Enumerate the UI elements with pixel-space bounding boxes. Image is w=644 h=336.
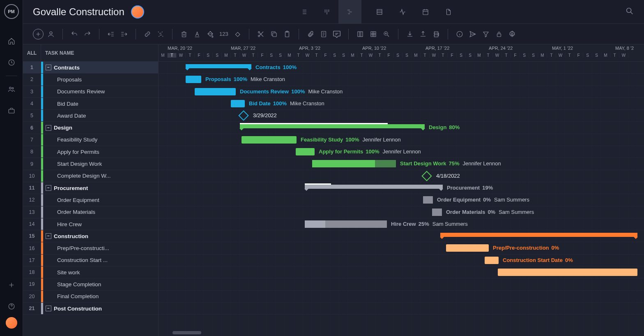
gantt-row[interactable]: Start Design Work75%Jennifer Lennon xyxy=(159,158,644,170)
filter-icon[interactable] xyxy=(480,28,492,40)
task-row[interactable]: 13Order Materials xyxy=(23,206,158,218)
task-bar[interactable] xyxy=(432,209,442,216)
gantt-row[interactable] xyxy=(159,266,644,278)
task-bar[interactable] xyxy=(498,269,637,276)
group-bar[interactable] xyxy=(186,64,251,68)
home-icon[interactable] xyxy=(7,36,16,46)
col-task-name[interactable]: TASK NAME xyxy=(41,50,74,56)
export-icon[interactable] xyxy=(417,28,429,40)
gantt-row[interactable]: Bid Date100%Mike Cranston xyxy=(159,98,644,110)
note-icon[interactable] xyxy=(318,28,329,40)
user-avatar-icon[interactable] xyxy=(6,317,17,329)
link-icon[interactable] xyxy=(142,28,153,40)
task-row[interactable]: 9Start Design Work xyxy=(23,158,158,170)
add-button[interactable] xyxy=(33,29,44,39)
cut-icon[interactable] xyxy=(255,28,267,40)
comment-icon[interactable] xyxy=(331,28,343,40)
settings-icon[interactable] xyxy=(506,28,518,40)
task-row[interactable]: 4Bid Date xyxy=(23,98,158,110)
gantt-row[interactable] xyxy=(159,291,644,303)
view-sheet-icon[interactable] xyxy=(368,0,391,24)
task-row[interactable]: 15−Construction xyxy=(23,230,158,242)
view-activity-icon[interactable] xyxy=(391,0,414,24)
view-gantt-icon[interactable] xyxy=(338,0,361,24)
horizontal-scrollbar[interactable] xyxy=(172,331,201,334)
task-bar[interactable] xyxy=(305,220,387,228)
text-color-icon[interactable] xyxy=(191,28,203,40)
app-logo[interactable]: PM xyxy=(4,4,19,19)
gantt-row[interactable]: Order Equipment0%Sam Summers xyxy=(159,194,644,206)
indent-icon[interactable] xyxy=(118,28,130,40)
gantt-row[interactable]: Hire Crew25%Sam Summers xyxy=(159,218,644,230)
gantt-chart[interactable]: MAR, 20 '22MAR, 27 '22APR, 3 '22APR, 10 … xyxy=(159,44,644,336)
grid-icon[interactable] xyxy=(368,28,379,40)
gantt-row[interactable]: Contracts100% xyxy=(159,62,644,74)
group-bar[interactable] xyxy=(240,124,425,128)
task-bar[interactable] xyxy=(446,244,489,252)
task-row[interactable]: 16Prep/Pre-constructi... xyxy=(23,242,158,254)
attach-icon[interactable] xyxy=(305,28,316,40)
redo-icon[interactable] xyxy=(82,28,93,40)
paste-icon[interactable] xyxy=(281,28,293,40)
clock-icon[interactable] xyxy=(7,58,16,67)
task-row[interactable]: 19Stage Completion xyxy=(23,278,158,290)
task-row[interactable]: 7Feasibility Study xyxy=(23,134,158,146)
task-bar[interactable] xyxy=(296,148,315,155)
collapse-icon[interactable]: − xyxy=(46,125,51,131)
task-bar[interactable] xyxy=(242,136,297,144)
task-row[interactable]: 21−Post Construction xyxy=(23,303,158,315)
milestone-marker[interactable] xyxy=(421,171,432,181)
briefcase-icon[interactable] xyxy=(7,106,16,116)
group-bar[interactable] xyxy=(305,185,443,189)
gantt-body[interactable]: Contracts100%Proposals100%Mike CranstonD… xyxy=(159,62,644,336)
import-icon[interactable] xyxy=(404,28,416,40)
task-row[interactable]: 8Apply for Permits xyxy=(23,146,158,158)
search-icon[interactable] xyxy=(625,7,634,17)
gantt-row[interactable] xyxy=(159,303,644,315)
gantt-row[interactable] xyxy=(159,278,644,290)
gantt-row[interactable]: 4/18/2022 xyxy=(159,170,644,182)
info-icon[interactable] xyxy=(454,28,465,40)
outdent-icon[interactable] xyxy=(105,28,117,40)
collapse-icon[interactable]: − xyxy=(46,65,51,70)
gantt-row[interactable]: Proposals100%Mike Cranston xyxy=(159,74,644,86)
collapse-icon[interactable]: − xyxy=(46,233,51,239)
task-row[interactable]: 5Award Date xyxy=(23,110,158,122)
gantt-row[interactable]: Feasibility Study100%Jennifer Lennon xyxy=(159,134,644,146)
task-bar[interactable] xyxy=(231,100,245,107)
task-row[interactable]: 3Documents Review xyxy=(23,86,158,98)
task-bar[interactable] xyxy=(195,88,236,95)
lock-icon[interactable] xyxy=(493,28,505,40)
gantt-row[interactable]: Design80% xyxy=(159,122,644,134)
view-list-icon[interactable] xyxy=(292,0,315,24)
task-row[interactable]: 17Construction Start ... xyxy=(23,255,158,266)
print-icon[interactable] xyxy=(430,28,442,40)
col-all[interactable]: ALL xyxy=(23,44,41,61)
people-icon[interactable] xyxy=(7,84,16,94)
group-bar[interactable] xyxy=(440,233,637,237)
task-row[interactable]: 14Hire Crew xyxy=(23,218,158,230)
gantt-row[interactable]: 3/29/2022 xyxy=(159,110,644,122)
columns-icon[interactable] xyxy=(354,28,366,40)
send-icon[interactable] xyxy=(467,28,478,40)
gantt-row[interactable]: Procurement19% xyxy=(159,182,644,194)
task-bar[interactable] xyxy=(423,196,433,204)
collapse-icon[interactable]: − xyxy=(46,306,51,311)
number-input[interactable]: 123 xyxy=(219,31,228,37)
task-row[interactable]: 11−Procurement xyxy=(23,182,158,194)
plus-icon[interactable] xyxy=(7,280,16,290)
milestone-icon[interactable] xyxy=(232,28,243,40)
gantt-row[interactable]: Order Materials0%Sam Summers xyxy=(159,206,644,218)
unlink-icon[interactable] xyxy=(155,28,166,40)
gantt-row[interactable] xyxy=(159,230,644,242)
view-calendar-icon[interactable] xyxy=(414,0,437,24)
gantt-row[interactable]: Apply for Permits100%Jennifer Lennon xyxy=(159,146,644,158)
task-row[interactable]: 10Complete Design W... xyxy=(23,170,158,182)
copy-icon[interactable] xyxy=(268,28,280,40)
gantt-row[interactable]: Documents Review100%Mike Cranston xyxy=(159,86,644,98)
assignee-icon[interactable] xyxy=(45,28,57,40)
task-bar[interactable] xyxy=(312,160,396,167)
gantt-row[interactable]: Construction Start Date0% xyxy=(159,255,644,266)
view-file-icon[interactable] xyxy=(437,0,460,24)
task-row[interactable]: 12Order Equipment xyxy=(23,194,158,206)
